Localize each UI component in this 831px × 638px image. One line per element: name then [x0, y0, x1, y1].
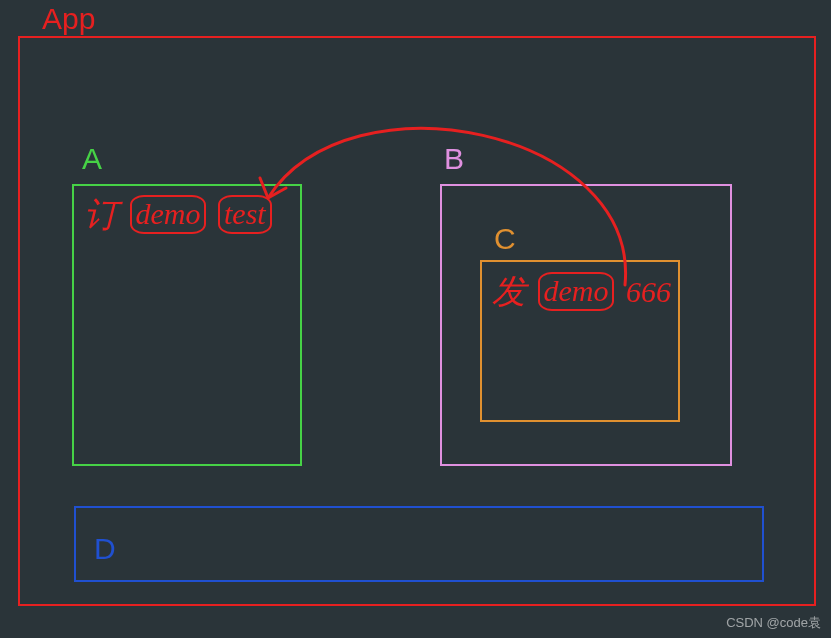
annotation-c-prefix: 发 [492, 275, 526, 309]
annotation-a-prefix: 订 [84, 198, 118, 232]
annotation-a-word1: demo [130, 195, 207, 234]
watermark: CSDN @code袁 [726, 614, 821, 632]
box-d-label: D [94, 532, 116, 566]
app-label: App [42, 2, 95, 36]
box-b-label: B [444, 142, 464, 176]
box-d [74, 506, 764, 582]
box-c-label: C [494, 222, 516, 256]
box-a-label: A [82, 142, 102, 176]
annotation-c: 发 demo 666 [492, 272, 671, 311]
annotation-c-word1: demo [538, 272, 615, 311]
annotation-a-word2: test [218, 195, 272, 234]
annotation-c-word2: 666 [626, 277, 671, 307]
annotation-a: 订 demo test [84, 195, 272, 234]
